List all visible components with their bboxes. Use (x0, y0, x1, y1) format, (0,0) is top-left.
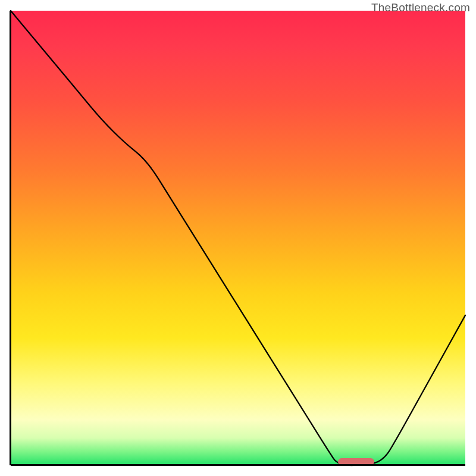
chart-curve (11, 11, 465, 465)
x-axis (11, 464, 465, 466)
watermark-text: TheBottleneck.com (371, 1, 470, 14)
y-axis (10, 11, 11, 465)
bottleneck-chart: TheBottleneck.com (0, 0, 476, 476)
